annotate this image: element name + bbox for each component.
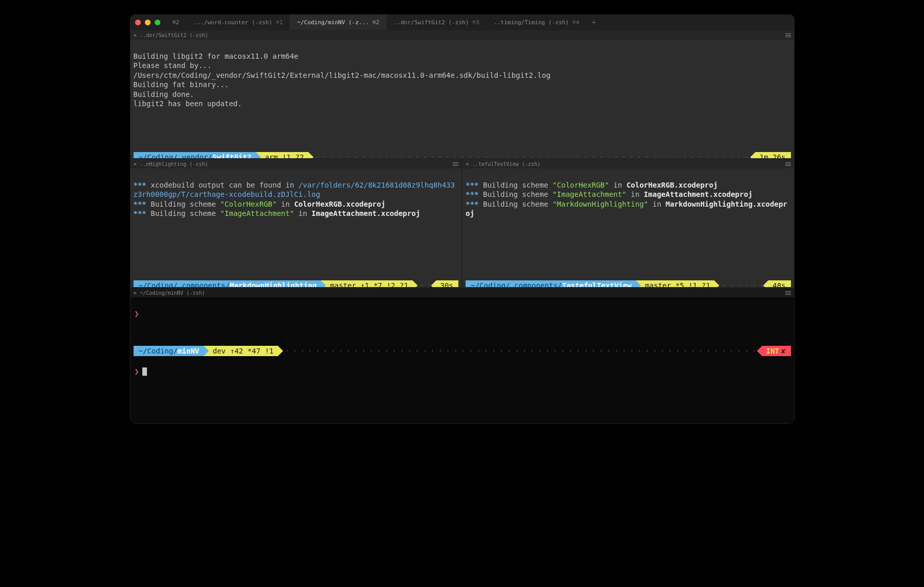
prompt-branch: master *5 !1 ?1 (645, 281, 710, 287)
tab-label: ~/Coding/minNV (-z... (297, 19, 369, 26)
prompt-row: ~/Coding/minNV dev ↑42 *47 !1 INT✘ (134, 346, 791, 356)
prompt-repo: minNV (177, 347, 199, 355)
log-text: in (609, 181, 626, 189)
prompt-filler (285, 346, 760, 356)
pane-top[interactable]: × ..dor/SwiftGit2 (-zsh) Building libgit… (130, 30, 795, 159)
tab-label: ..dor/SwiftGit2 (-zsh) (394, 19, 469, 26)
log-prefix: *** (466, 181, 478, 189)
app-indicator: ⌘2 (166, 14, 187, 30)
log-text: Building scheme (146, 200, 220, 208)
tab-label: ..timing/Timing (-zsh) (494, 19, 569, 26)
pane-mid-right[interactable]: × ..tefulTextView (-zsh) *** Building sc… (462, 159, 795, 288)
prompt-input-line: ❯ (134, 309, 791, 319)
prompt-filler (721, 280, 766, 287)
pane-title: ~/Coding/minNV (-zsh) (140, 290, 205, 296)
log-scheme: "ColorHexRGB" (220, 200, 277, 208)
prompt-time: 1m 26s (760, 153, 786, 158)
prompt-row: ~/Coding/_components/MarkdownHighlightin… (134, 280, 459, 287)
output-line: Building libgit2 for macosx11.0 arm64e (134, 52, 299, 60)
prompt-repo: MarkdownHighlighting (230, 281, 317, 287)
prompt-time: 48s (772, 281, 785, 287)
pane-title: ..dor/SwiftGit2 (-zsh) (140, 32, 208, 38)
prompt-input-line[interactable]: ❯ (134, 367, 791, 377)
prompt-path-segment: ~/Coding/_components/MarkdownHighlightin… (134, 280, 321, 287)
log-project: ImageAttachment.xcodeproj (311, 209, 420, 217)
log-scheme: "ColorHexRGB" (553, 181, 609, 189)
tab-shortcut: ⌘2 (372, 19, 379, 26)
prompt-branch: dev ↑42 *47 !1 (213, 346, 274, 356)
log-text: Building scheme (478, 200, 552, 208)
error-icon: ✘ (781, 346, 785, 356)
pane-menu-icon[interactable] (785, 291, 791, 295)
tab-shortcut: ⌘3 (472, 19, 479, 26)
log-text: in (294, 209, 311, 217)
minimize-window-button[interactable] (145, 20, 151, 25)
maximize-window-button[interactable] (155, 20, 160, 25)
log-prefix: *** (134, 200, 146, 208)
prompt-row: ~/Coding/_vendor/SwiftGit2 arm !1 ?2 1m … (134, 152, 791, 158)
log-project: ColorHexRGB.xcodeproj (626, 181, 718, 189)
terminal-window: ⌘2 .../word-counter (-zsh) ⌘1 ~/Coding/m… (130, 14, 795, 424)
log-scheme: "ImageAttachment" (220, 209, 294, 217)
close-pane-button[interactable]: × (134, 290, 137, 296)
pane-menu-icon[interactable] (785, 162, 791, 166)
terminal-output[interactable]: ❯ ~/Coding/minNV dev ↑42 *47 !1 INT✘ ❯ (130, 297, 794, 423)
pane-mid-left[interactable]: × ..nHighlighting (-zsh) *** xcodebuild … (130, 159, 463, 288)
pane-header: × ..nHighlighting (-zsh) (130, 159, 462, 169)
prompt-path-segment: ~/Coding/minNV (134, 346, 204, 356)
prompt-status-badge: INT✘ (762, 346, 791, 356)
log-text: Building scheme (146, 209, 220, 217)
close-pane-button[interactable]: × (466, 161, 469, 167)
log-scheme: "MarkdownHighlighting" (553, 200, 648, 208)
output-line: libgit2 has been updated. (134, 99, 242, 108)
prompt-time-badge: 1m 26s (755, 152, 791, 158)
prompt-row: ~/Coding/_components/TastefulTextView ma… (466, 280, 791, 287)
prompt-branch-segment: arm !1 ?2 (256, 152, 308, 158)
close-pane-button[interactable]: × (134, 32, 137, 39)
caret-icon: ❯ (135, 367, 139, 377)
terminal-output[interactable]: Building libgit2 for macosx11.0 arm64e P… (130, 40, 794, 158)
tab-label: .../word-counter (-zsh) (194, 19, 272, 26)
window-tabbar: ⌘2 .../word-counter (-zsh) ⌘1 ~/Coding/m… (130, 14, 795, 30)
close-pane-button[interactable]: × (134, 161, 137, 167)
log-text: in (277, 200, 294, 208)
output-line: Building done. (134, 90, 194, 98)
app-shortcut: ⌘2 (173, 19, 179, 26)
pane-header: × ..dor/SwiftGit2 (-zsh) (130, 30, 794, 40)
output-line: Please stand by... (134, 61, 212, 70)
log-project: ImageAttachment.xcodeproj (644, 190, 753, 198)
prompt-path-segment: ~/Coding/_vendor/SwiftGit2 (134, 152, 256, 158)
tab-4[interactable]: ..timing/Timing (-zsh) ⌘4 (487, 14, 587, 30)
prompt-path-prefix: ~/Coding/_components/ (471, 281, 562, 287)
pane-menu-icon[interactable] (453, 162, 458, 166)
pane-bottom[interactable]: × ~/Coding/minNV (-zsh) ❯ ~/Coding/minNV… (130, 288, 795, 424)
pane-title: ..nHighlighting (-zsh) (140, 161, 208, 167)
log-text: Building scheme (478, 181, 552, 189)
log-text: xcodebuild output can be found in (146, 181, 299, 189)
split-panes: × ..dor/SwiftGit2 (-zsh) Building libgit… (130, 30, 795, 424)
cursor (142, 367, 147, 376)
prompt-repo: SwiftGit2 (212, 153, 252, 158)
terminal-output[interactable]: *** Building scheme "ColorHexRGB" in Col… (463, 169, 794, 287)
prompt-repo: TastefulTextView (562, 281, 632, 287)
add-tab-button[interactable]: + (587, 18, 601, 26)
terminal-output[interactable]: *** xcodebuild output can be found in /v… (130, 169, 462, 287)
log-text: in (626, 190, 644, 198)
prompt-time: 30s (440, 281, 453, 287)
prompt-branch-segment: master ↑1 *7 !2 ?1 (321, 280, 412, 287)
tab-shortcut: ⌘4 (572, 19, 579, 26)
close-window-button[interactable] (135, 20, 141, 25)
prompt-filler (316, 152, 753, 158)
tab-3[interactable]: ..dor/SwiftGit2 (-zsh) ⌘3 (387, 14, 487, 30)
pane-title: ..tefulTextView (-zsh) (472, 161, 540, 167)
output-line: /Users/ctm/Coding/_vendor/SwiftGit2/Exte… (134, 71, 551, 79)
prompt-time-badge: 48s (768, 280, 790, 287)
pane-menu-icon[interactable] (785, 33, 791, 37)
log-text: Building scheme (478, 190, 552, 198)
pane-header: × ~/Coding/minNV (-zsh) (130, 288, 794, 297)
prompt-branch-segment: master *5 !1 ?1 (636, 280, 714, 287)
prompt-path-prefix: ~/Coding/_vendor/ (139, 153, 212, 158)
caret-icon: ❯ (135, 309, 139, 319)
tab-2[interactable]: ~/Coding/minNV (-z... ⌘2 (290, 14, 386, 30)
tab-1[interactable]: .../word-counter (-zsh) ⌘1 (187, 14, 290, 30)
